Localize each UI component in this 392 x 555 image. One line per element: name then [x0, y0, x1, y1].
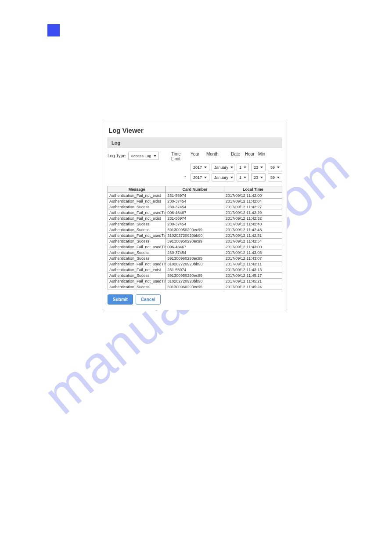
time-header-date: Date [231, 152, 245, 161]
cell-message: Authentication_Fail_not_usedTime [108, 279, 166, 284]
table-row: Authentication_Sucess591300960290ec95201… [108, 256, 282, 261]
to-min-select[interactable]: 59 [268, 173, 282, 181]
range-tilde: ~ [183, 174, 186, 179]
cell-message: Authentication_Fail_not_usedTime [108, 261, 166, 267]
cell-time: 2017/09/12 11:42:54 [224, 239, 282, 244]
cell-time: 2017/09/12 11:43:00 [224, 244, 282, 250]
cell-time: 2017/09/12 11:42:51 [224, 233, 282, 239]
table-row: Authentication_Fail_not_exist231-5697420… [108, 193, 282, 199]
time-from-row: 2017 January 1 23 59 [191, 163, 282, 171]
to-year-value: 2017 [193, 175, 202, 180]
from-hour-select[interactable]: 23 [251, 163, 266, 171]
cell-message: Authentication_Sucess [108, 221, 166, 227]
cell-time: 2017/09/12 11:42:29 [224, 210, 282, 216]
from-year-value: 2017 [193, 165, 202, 170]
to-date-value: 1 [239, 175, 241, 180]
table-header-row: Message Card Number Local Time [108, 186, 282, 193]
to-month-value: January [214, 175, 228, 180]
cell-card: 591300960290ec95 [166, 256, 224, 261]
cell-time: 2017/09/12 11:43:07 [224, 256, 282, 261]
cell-message: Authentication_Fail_not_exist [108, 216, 166, 221]
table-row: Authentication_Sucess230-374542017/09/12… [108, 250, 282, 256]
cell-card: 310202720920bb90 [166, 261, 224, 267]
chevron-down-icon [204, 177, 207, 178]
table-row: Authentication_Sucess230-374542017/09/12… [108, 204, 282, 210]
time-limit-label: Time Limit [171, 152, 191, 161]
cell-message: Authentication_Sucess [108, 227, 166, 233]
cell-time: 2017/09/12 11:45:21 [224, 279, 282, 284]
submit-button[interactable]: Submit [108, 294, 133, 305]
chevron-down-icon [260, 177, 263, 178]
cell-time: 2017/09/12 11:42:32 [224, 216, 282, 221]
col-local-time: Local Time [224, 186, 282, 193]
from-hour-value: 23 [254, 165, 258, 170]
from-date-value: 1 [239, 165, 241, 170]
time-header-month: Month [206, 152, 231, 161]
time-limit-header-row: Time Limit Year Month Date Hour Min [171, 152, 282, 161]
time-to-row: ~ 2017 January 1 23 59 [191, 173, 282, 181]
time-header-hour: Hour [245, 152, 258, 161]
log-type-group: Log Type Access Log [108, 152, 159, 160]
time-header-year: Year [191, 152, 206, 161]
cell-time: 2017/09/12 11:43:03 [224, 250, 282, 256]
cell-message: Authentication_Sucess [108, 256, 166, 261]
cell-message: Authentication_Sucess [108, 204, 166, 210]
from-month-select[interactable]: January [212, 163, 234, 171]
cell-time: 2017/09/12 11:43:11 [224, 261, 282, 267]
panel-title: Log Viewer [108, 127, 282, 134]
cell-card: 591300960290ec95 [166, 284, 224, 290]
table-row: Authentication_Fail_not_exist230-3745420… [108, 199, 282, 204]
filter-row: Log Type Access Log Time Limit Year Mont… [108, 152, 282, 183]
chevron-down-icon [244, 177, 246, 178]
cell-time: 2017/09/12 11:42:40 [224, 221, 282, 227]
cell-time: 2017/09/12 11:45:17 [224, 273, 282, 279]
to-month-select[interactable]: January [212, 173, 234, 181]
cell-card: 230-37454 [166, 221, 224, 227]
cell-time: 2017/09/12 11:42:27 [224, 204, 282, 210]
col-card-number: Card Number [166, 186, 224, 193]
to-hour-select[interactable]: 23 [251, 173, 266, 181]
cell-card: 591300950290ec99 [166, 227, 224, 233]
cell-card: 310202720920bb90 [166, 233, 224, 239]
chevron-down-icon [277, 167, 280, 168]
cell-card: 591300950290ec99 [166, 239, 224, 244]
table-row: Authentication_Sucess591300950290ec99201… [108, 239, 282, 244]
cell-card: 231-56974 [166, 216, 224, 221]
cell-card: 310202720920bb90 [166, 279, 224, 284]
table-row: Authentication_Fail_not_exist231-5697420… [108, 216, 282, 221]
from-date-select[interactable]: 1 [237, 163, 249, 171]
cell-message: Authentication_Fail_not_exist [108, 267, 166, 273]
cell-card: 230-37454 [166, 204, 224, 210]
table-row: Authentication_Sucess230-374542017/09/12… [108, 221, 282, 227]
cell-time: 2017/09/12 11:45:24 [224, 284, 282, 290]
cell-message: Authentication_Fail_not_usedTime [108, 210, 166, 216]
chevron-down-icon [204, 167, 207, 168]
cell-message: Authentication_Sucess [108, 284, 166, 290]
to-min-value: 59 [270, 175, 275, 180]
cell-message: Authentication_Sucess [108, 273, 166, 279]
cancel-button[interactable]: Cancel [136, 294, 161, 305]
to-year-select[interactable]: 2017 [191, 173, 209, 181]
cell-message: Authentication_Fail_not_usedTime [108, 244, 166, 250]
from-min-value: 59 [270, 165, 275, 170]
log-type-value: Access Log [131, 154, 151, 158]
log-type-select[interactable]: Access Log [128, 152, 159, 160]
col-message: Message [108, 186, 166, 193]
log-table: Message Card Number Local Time Authentic… [108, 186, 282, 290]
chevron-down-icon [230, 177, 233, 178]
chevron-down-icon [277, 177, 280, 178]
table-row: Authentication_Fail_not_usedTime31020272… [108, 261, 282, 267]
cell-card: 231-56974 [166, 193, 224, 199]
from-year-select[interactable]: 2017 [191, 163, 209, 171]
cell-time: 2017/09/12 11:42:04 [224, 199, 282, 204]
time-header-min: Min [258, 152, 270, 161]
chevron-down-icon [244, 167, 246, 168]
to-date-select[interactable]: 1 [237, 173, 249, 181]
table-row: Authentication_Sucess591300960290ec95201… [108, 284, 282, 290]
cell-time: 2017/09/12 11:43:13 [224, 267, 282, 273]
table-row: Authentication_Fail_not_exist231-5697420… [108, 267, 282, 273]
cell-time: 2017/09/12 11:42:48 [224, 227, 282, 233]
table-row: Authentication_Sucess591300950290ec99201… [108, 273, 282, 279]
log-viewer-panel: Log Viewer Log Log Type Access Log Time … [103, 122, 287, 310]
from-min-select[interactable]: 59 [268, 163, 282, 171]
